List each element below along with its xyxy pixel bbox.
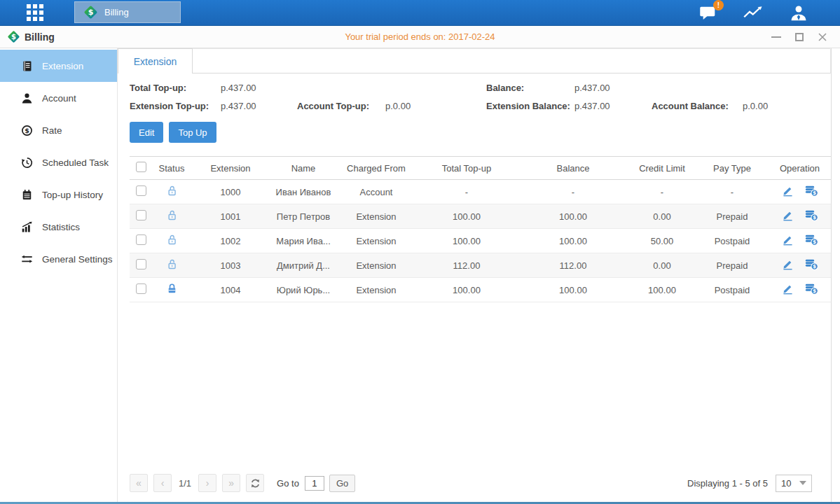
table-row: 1000Иван ИвановAccount----$: [130, 180, 831, 204]
select-all-checkbox[interactable]: [136, 162, 146, 172]
sidebar-item-general-settings[interactable]: General Settings: [0, 243, 117, 275]
column-header-total-top-up[interactable]: Total Top-up: [415, 157, 518, 180]
minimize-button[interactable]: [771, 36, 781, 38]
go-button[interactable]: Go: [329, 475, 355, 492]
cell-credit-limit: 50.00: [628, 229, 696, 253]
cell-name: Дмитрий Д...: [270, 253, 337, 278]
window-right-margin: [831, 48, 840, 502]
displaying-text: Displaying 1 - 5 of 5: [687, 478, 768, 489]
column-header-pay-type[interactable]: Pay Type: [696, 157, 769, 180]
topup-icon[interactable]: $: [805, 185, 818, 197]
goto-page-input[interactable]: [305, 476, 324, 491]
table-row: 1003Дмитрий Д...Extension112.00112.000.0…: [130, 253, 831, 278]
topup-button[interactable]: Top Up: [169, 122, 216, 143]
table-header-row: StatusExtensionNameCharged FromTotal Top…: [130, 157, 831, 180]
sidebar-item-top-up-history[interactable]: Top-up History: [0, 178, 117, 211]
dollar-circle-icon: $: [20, 125, 33, 136]
column-header-balance[interactable]: Balance: [518, 157, 628, 180]
first-page-button[interactable]: «: [130, 474, 148, 492]
user-silhouette-icon: [790, 5, 808, 21]
svg-text:$: $: [813, 239, 816, 245]
edit-icon[interactable]: [782, 234, 794, 246]
column-header-operation[interactable]: Operation: [769, 157, 831, 180]
billing-diamond-icon-small: $: [7, 30, 20, 43]
cell-balance: 100.00: [518, 204, 628, 229]
extension-topup-label: Extension Top-up:: [130, 101, 221, 111]
tab-label: Extension: [134, 56, 177, 67]
resource-monitor-button[interactable]: [743, 6, 764, 20]
column-header-status[interactable]: Status: [152, 157, 191, 180]
action-toolbar: Edit Top Up: [130, 122, 831, 143]
goto-label: Go to: [277, 478, 299, 489]
cell-balance: 100.00: [518, 229, 628, 253]
cell-name: Юрий Юрь...: [270, 278, 337, 302]
edit-icon[interactable]: [782, 185, 794, 197]
topup-icon[interactable]: $: [805, 209, 818, 221]
cell-extension: 1004: [191, 278, 270, 302]
edit-icon[interactable]: [782, 209, 794, 221]
row-checkbox[interactable]: [136, 259, 146, 270]
svg-text:$: $: [88, 8, 94, 17]
cell-total-topup: 100.00: [415, 229, 518, 253]
account-balance-label: Account Balance:: [652, 101, 743, 111]
edit-icon[interactable]: [782, 258, 794, 270]
row-checkbox[interactable]: [136, 234, 146, 245]
table-row: 1004Юрий Юрь...Extension100.00100.00100.…: [130, 278, 831, 302]
page-size-select[interactable]: 10: [776, 475, 812, 492]
trial-notice: Your trial period ends on: 2017-02-24: [0, 31, 840, 42]
tab-extension[interactable]: Extension: [118, 48, 193, 74]
unlocked-icon: [166, 209, 178, 221]
cell-charged-from: Extension: [337, 278, 415, 302]
close-button[interactable]: [818, 32, 827, 42]
prev-page-button[interactable]: ‹: [153, 474, 172, 492]
cell-balance: 112.00: [518, 253, 628, 278]
refresh-button[interactable]: [246, 474, 264, 492]
total-topup-value: p.437.00: [221, 83, 297, 93]
cell-name: Петр Петров: [270, 204, 337, 229]
edit-icon[interactable]: [782, 283, 794, 295]
locked-icon: [166, 283, 178, 295]
page-size-value: 10: [781, 478, 791, 489]
topup-icon[interactable]: $: [805, 258, 818, 270]
tab-strip-filler: [193, 48, 831, 74]
cell-extension: 1003: [191, 253, 270, 278]
cell-balance: 100.00: [518, 278, 628, 302]
cell-name: Иван Иванов: [270, 180, 337, 204]
cell-charged-from: Extension: [337, 253, 415, 278]
edit-button[interactable]: Edit: [130, 122, 163, 143]
content-panel: Extension Total Top-up: p.437.00 Balance…: [118, 48, 831, 502]
history-clock-icon: [20, 157, 33, 169]
sidebar-item-extension[interactable]: Extension: [0, 50, 117, 82]
svg-text:$: $: [813, 214, 816, 220]
sidebar-item-label: Top-up History: [42, 190, 103, 200]
row-checkbox[interactable]: [136, 210, 146, 220]
row-checkbox[interactable]: [136, 186, 146, 196]
sidebar-item-label: Rate: [42, 125, 62, 136]
sidebar-item-account[interactable]: Account: [0, 82, 117, 114]
column-header-name[interactable]: Name: [270, 157, 337, 180]
last-page-button[interactable]: »: [222, 474, 240, 492]
column-header-credit-limit[interactable]: Credit Limit: [628, 157, 696, 180]
column-header-charged-from[interactable]: Charged From: [337, 157, 415, 180]
row-checkbox[interactable]: [136, 284, 146, 294]
balance-value: p.437.00: [574, 83, 652, 93]
maximize-button[interactable]: [795, 33, 804, 41]
sliders-icon: [20, 253, 33, 265]
cell-pay-type: -: [696, 180, 769, 204]
line-chart-icon: [743, 6, 764, 20]
topup-icon[interactable]: $: [805, 234, 818, 246]
cell-charged-from: Extension: [337, 204, 415, 229]
sidebar-item-scheduled-task[interactable]: Scheduled Task: [0, 146, 117, 178]
app-grid-icon[interactable]: [27, 4, 43, 21]
next-page-button[interactable]: ›: [198, 474, 216, 492]
column-header-extension[interactable]: Extension: [191, 157, 270, 180]
taskbar-billing-tab[interactable]: $ Billing: [74, 1, 181, 23]
topup-icon[interactable]: $: [805, 283, 818, 295]
account-topup-value: p.0.00: [385, 101, 486, 111]
balance-label: Balance:: [486, 83, 574, 93]
user-menu-button[interactable]: [790, 5, 808, 21]
sidebar-item-rate[interactable]: $Rate: [0, 114, 117, 146]
notifications-button[interactable]: !: [699, 5, 718, 20]
taskbar-tab-label: Billing: [104, 7, 129, 18]
sidebar-item-statistics[interactable]: Statistics: [0, 211, 117, 243]
